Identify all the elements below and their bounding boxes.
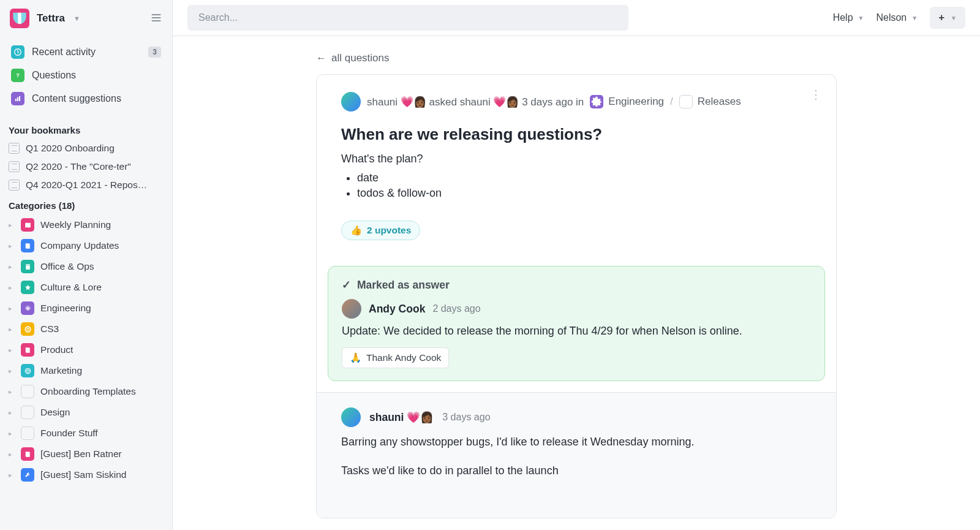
- category-item[interactable]: ▸[Guest] Sam Siskind: [0, 464, 172, 485]
- category-item[interactable]: ▸Product: [0, 339, 172, 360]
- bookmark-label: Q4 2020-Q1 2021 - Repositio…: [26, 180, 148, 191]
- nav-content-suggestions[interactable]: Content suggestions: [5, 87, 167, 110]
- chevron-right-icon: ▸: [9, 305, 15, 312]
- doc-icon: [9, 161, 20, 172]
- category-label: Office & Ops: [40, 261, 94, 272]
- answer-author: Andy Cook: [369, 303, 425, 316]
- question-body-item: date: [357, 172, 812, 184]
- category-item[interactable]: ▸Founder Stuff: [0, 423, 172, 444]
- sidebar: Tettra ▼ Recent activity 3 ? Questions C…: [0, 0, 173, 530]
- chevron-right-icon: ▸: [9, 263, 15, 271]
- question-time: 3 days ago in: [519, 96, 584, 108]
- svg-rect-3: [17, 97, 18, 101]
- question-meta: shauni 💗👩🏾‍ asked shauni 💗👩🏾‍ 3 days ago…: [341, 92, 812, 112]
- back-to-all-questions[interactable]: ← all questions: [316, 48, 390, 74]
- doc-icon: [9, 143, 20, 154]
- category-label: Company Updates: [40, 240, 119, 251]
- bookmark-label: Q1 2020 Onboarding: [26, 143, 115, 154]
- check-icon: ✓: [342, 279, 351, 292]
- category-item[interactable]: ▸Onboarding Templates: [0, 381, 172, 402]
- svg-point-10: [26, 328, 29, 330]
- folder-icon: [21, 385, 34, 398]
- content-scroll[interactable]: ← all questions ⋮ shauni 💗👩🏾‍ asked shau…: [173, 36, 980, 530]
- thumbs-up-icon: 👍: [350, 225, 362, 236]
- upvote-button[interactable]: 👍 2 upvotes: [341, 221, 420, 240]
- subcategory-chip-releases[interactable]: Releases: [679, 95, 741, 108]
- clock-icon: [11, 45, 24, 59]
- reply-author: shauni 💗👩🏾‍: [369, 411, 434, 424]
- user-label: Nelson: [876, 12, 907, 23]
- search-input[interactable]: Search...: [187, 5, 628, 31]
- bookmarks-list: Q1 2020 OnboardingQ2 2020 - The "Core-te…: [0, 139, 172, 194]
- category-item[interactable]: ▸Weekly Planning: [0, 214, 172, 235]
- hamburger-icon[interactable]: [150, 12, 162, 26]
- chevron-down-icon: ▼: [858, 15, 864, 21]
- nav-label: Questions: [32, 70, 76, 81]
- bookmark-item[interactable]: Q1 2020 Onboarding: [0, 139, 172, 157]
- question-body: What's the plan? datetodos & follow-on: [341, 153, 812, 200]
- thank-button[interactable]: 🙏 Thank Andy Cook: [342, 347, 449, 368]
- answer-time: 2 days ago: [432, 303, 480, 314]
- bookmarks-heading: Your bookmarks: [0, 119, 172, 139]
- chevron-right-icon: ▸: [9, 450, 15, 458]
- chevron-right-icon: ▸: [9, 471, 15, 479]
- chevron-right-icon: ▸: [9, 388, 15, 396]
- gear-icon: [590, 95, 603, 108]
- chevron-right-icon: ▸: [9, 284, 15, 292]
- chevron-right-icon: ▸: [9, 346, 15, 354]
- map-icon: [21, 218, 34, 232]
- chevron-right-icon: ▸: [9, 367, 15, 375]
- category-item[interactable]: ▸CS3: [0, 319, 172, 339]
- svg-rect-4: [19, 96, 20, 101]
- recent-activity-badge: 3: [148, 47, 161, 58]
- category-label: Product: [40, 344, 73, 355]
- question-title: When are we releasing questions?: [341, 125, 812, 144]
- gear-icon: [21, 301, 34, 315]
- book-icon: [21, 447, 34, 461]
- add-button[interactable]: + ▼: [930, 7, 965, 29]
- folder-icon: [679, 95, 693, 108]
- chevron-right-icon: ▸: [9, 242, 15, 250]
- svg-point-9: [25, 327, 31, 332]
- category-item[interactable]: ▸Company Updates: [0, 235, 172, 256]
- reply: shauni 💗👩🏾‍ 3 days ago Barring any shows…: [317, 392, 836, 518]
- nav-questions[interactable]: ? Questions: [5, 64, 167, 87]
- chevron-down-icon: ▼: [951, 15, 957, 21]
- bookmark-item[interactable]: Q2 2020 - The "Core-ter": [0, 157, 172, 176]
- svg-rect-5: [26, 264, 30, 270]
- chevron-down-icon: ▼: [911, 15, 918, 21]
- bookmark-item[interactable]: Q4 2020-Q1 2021 - Repositio…: [0, 176, 172, 194]
- accepted-answer: ✓ Marked as answer Andy Cook 2 days ago …: [328, 266, 825, 381]
- workspace-switcher[interactable]: Tettra ▼: [0, 0, 172, 37]
- category-item[interactable]: ▸Office & Ops: [0, 256, 172, 277]
- category-item[interactable]: ▸Engineering: [0, 298, 172, 319]
- folder-icon: [21, 426, 34, 440]
- category-label: Founder Stuff: [40, 428, 98, 439]
- book-icon: [21, 343, 34, 357]
- category-item[interactable]: ▸Marketing: [0, 360, 172, 381]
- category-label: Design: [40, 407, 70, 418]
- topbar: Search... Help ▼ Nelson ▼ + ▼: [173, 0, 980, 36]
- more-menu[interactable]: ⋮: [810, 87, 823, 102]
- upvote-count: 2 upvotes: [367, 225, 411, 236]
- svg-point-12: [26, 369, 29, 372]
- nav-label: Content suggestions: [32, 93, 121, 104]
- nav-label: Recent activity: [32, 47, 96, 58]
- reply-time: 3 days ago: [442, 412, 490, 423]
- nav-recent-activity[interactable]: Recent activity 3: [5, 40, 167, 64]
- category-label: Culture & Lore: [40, 282, 102, 293]
- category-item[interactable]: ▸Culture & Lore: [0, 277, 172, 298]
- workspace-name: Tettra: [37, 12, 65, 25]
- wrench-icon: [21, 468, 34, 482]
- user-menu[interactable]: Nelson ▼: [876, 12, 918, 23]
- svg-rect-2: [15, 99, 17, 101]
- category-item[interactable]: ▸Design: [0, 402, 172, 423]
- question-icon: ?: [11, 69, 24, 82]
- chevron-right-icon: ▸: [9, 430, 15, 437]
- category-item[interactable]: ▸[Guest] Ben Ratner: [0, 444, 172, 464]
- back-label: all questions: [331, 52, 390, 64]
- help-menu[interactable]: Help ▼: [833, 12, 864, 23]
- question-assignee: shauni 💗👩🏾‍: [460, 96, 519, 108]
- category-chip-engineering[interactable]: Engineering: [590, 95, 664, 108]
- marked-as-answer: ✓ Marked as answer: [342, 279, 811, 292]
